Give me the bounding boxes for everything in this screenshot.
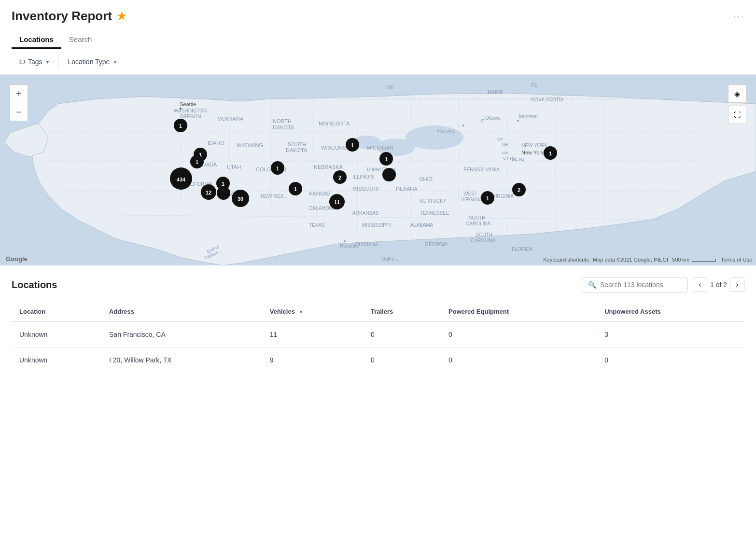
svg-text:1: 1: [179, 123, 182, 129]
svg-text:GEORGIA: GEORGIA: [425, 242, 448, 247]
filter-divider: [58, 55, 59, 69]
svg-text:FLORIDA: FLORIDA: [512, 247, 533, 252]
table-header: Location Address Vehicles ▼ Trailers Pow…: [12, 302, 744, 321]
svg-text:VIRGINIA: VIRGINIA: [492, 194, 514, 199]
prev-page-button[interactable]: ‹: [693, 278, 707, 292]
svg-point-75: [517, 120, 519, 122]
svg-text:NORTH: NORTH: [468, 215, 485, 221]
zoom-in-button[interactable]: +: [10, 84, 28, 103]
svg-text:1: 1: [549, 151, 552, 156]
tabs: Locations Search: [12, 31, 744, 49]
current-page: 1: [710, 281, 714, 289]
page-info: 1 of 2: [710, 281, 727, 289]
map-attribution: Keyboard shortcuts Map data ©2021 Google…: [543, 257, 752, 263]
svg-text:Ottawa: Ottawa: [485, 115, 501, 121]
favorite-icon[interactable]: ★: [117, 10, 126, 23]
location-type-label: Location Type: [68, 58, 110, 66]
cell-unpowered-assets: 0: [597, 347, 744, 373]
svg-text:MISSISSIPPI: MISSISSIPPI: [362, 222, 391, 228]
svg-text:INDIANA: INDIANA: [396, 186, 418, 192]
cell-powered-equipment: 0: [441, 347, 597, 373]
table-row[interactable]: Unknown I 20, Willow Park, TX 9 0 0 0: [12, 347, 744, 373]
svg-text:Toronto: Toronto: [439, 128, 456, 134]
svg-text:WYOMING: WYOMING: [237, 142, 263, 148]
cell-address: San Francisco, CA: [101, 321, 262, 347]
map-zoom-controls: + −: [10, 84, 28, 121]
col-location: Location: [12, 302, 101, 321]
col-powered-equipment: Powered Equipment: [441, 302, 597, 321]
svg-point-71: [462, 125, 464, 126]
table-row[interactable]: Unknown San Francisco, CA 11 0 0 3: [12, 321, 744, 347]
locations-controls: 🔍 ‹ 1 of 2 ›: [582, 277, 744, 292]
svg-text:1: 1: [294, 186, 297, 192]
svg-text:2: 2: [518, 187, 520, 193]
svg-text:ILLINOIS: ILLINOIS: [352, 174, 374, 180]
more-options-icon[interactable]: ···: [733, 11, 744, 22]
svg-text:1: 1: [222, 181, 224, 187]
svg-text:MONTANA: MONTANA: [217, 116, 244, 122]
total-pages: 2: [723, 281, 727, 289]
cell-vehicles: 9: [262, 347, 363, 373]
svg-text:1: 1: [351, 142, 354, 148]
map-top-right-controls: ◈ ⛶: [728, 84, 746, 124]
cell-location: Unknown: [12, 347, 101, 373]
svg-text:OHIO: OHIO: [419, 176, 433, 182]
next-page-button[interactable]: ›: [730, 278, 744, 292]
svg-text:VT: VT: [497, 137, 503, 142]
vehicles-sort-icon: ▼: [299, 309, 304, 315]
svg-text:1: 1: [486, 195, 489, 201]
map-container: MONTANA NORTH DAKOTA MINNESOTA IDAHO WYO…: [0, 75, 756, 265]
tab-locations[interactable]: Locations: [12, 31, 61, 49]
page-header: Inventory Report ★ ··· Locations Search: [0, 0, 756, 49]
svg-text:MICHIGAN: MICHIGAN: [367, 145, 393, 151]
svg-text:TENNESSEE: TENNESSEE: [420, 210, 449, 216]
map-layer-button[interactable]: ◈: [728, 84, 746, 103]
svg-text:NEBRASKA: NEBRASKA: [314, 164, 343, 170]
col-address: Address: [101, 302, 262, 321]
col-trailers: Trailers: [363, 302, 441, 321]
svg-point-73: [437, 130, 439, 132]
map-footer: Google: [6, 255, 28, 263]
svg-text:CAROLINA: CAROLINA: [466, 221, 490, 226]
tab-search[interactable]: Search: [61, 31, 100, 49]
zoom-out-button[interactable]: −: [10, 103, 28, 121]
svg-text:OREGON: OREGON: [180, 114, 201, 119]
col-vehicles[interactable]: Vehicles ▼: [262, 302, 363, 321]
pagination: ‹ 1 of 2 ›: [693, 278, 744, 292]
search-box[interactable]: 🔍: [582, 277, 688, 292]
search-input[interactable]: [600, 281, 677, 289]
svg-text:NOVA SCOTIA: NOVA SCOTIA: [531, 97, 563, 102]
cell-trailers: 0: [363, 321, 441, 347]
cell-trailers: 0: [363, 347, 441, 373]
location-type-filter-button[interactable]: Location Type ▼: [61, 55, 124, 69]
cell-unpowered-assets: 3: [597, 321, 744, 347]
terms-link[interactable]: Terms of Use: [721, 257, 752, 263]
svg-text:ALABAMA: ALABAMA: [410, 222, 434, 228]
locations-section: Locations 🔍 ‹ 1 of 2 › Location Address: [0, 265, 756, 373]
svg-text:12: 12: [206, 190, 211, 195]
cell-powered-equipment: 0: [441, 321, 597, 347]
svg-text:MAINE: MAINE: [488, 90, 503, 95]
cell-address: I 20, Willow Park, TX: [101, 347, 262, 373]
svg-text:New York: New York: [521, 150, 544, 155]
cell-vehicles: 11: [262, 321, 363, 347]
svg-text:SOUTH: SOUTH: [288, 141, 307, 147]
location-type-chevron-icon: ▼: [112, 59, 117, 65]
svg-text:WEST: WEST: [463, 191, 477, 196]
table-body: Unknown San Francisco, CA 11 0 0 3 Unkno…: [12, 321, 744, 373]
search-icon: 🔍: [588, 281, 596, 289]
map-fullscreen-button[interactable]: ⛶: [728, 106, 746, 124]
col-unpowered-assets: Unpowered Assets: [597, 302, 744, 321]
svg-text:KANSAS: KANSAS: [309, 191, 331, 196]
svg-text:1: 1: [196, 159, 198, 165]
svg-text:MA: MA: [502, 151, 509, 155]
keyboard-shortcuts-link[interactable]: Keyboard shortcuts: [543, 257, 589, 263]
svg-text:MISSOURI: MISSOURI: [352, 186, 378, 192]
svg-text:11: 11: [334, 199, 340, 205]
tags-filter-button[interactable]: 🏷 Tags ▼: [12, 55, 56, 69]
svg-text:MINNESOTA: MINNESOTA: [319, 121, 350, 126]
svg-text:NORTH: NORTH: [273, 118, 292, 124]
locations-section-title: Locations: [12, 279, 57, 291]
locations-table: Location Address Vehicles ▼ Trailers Pow…: [12, 302, 744, 373]
svg-text:Houston: Houston: [340, 243, 358, 249]
